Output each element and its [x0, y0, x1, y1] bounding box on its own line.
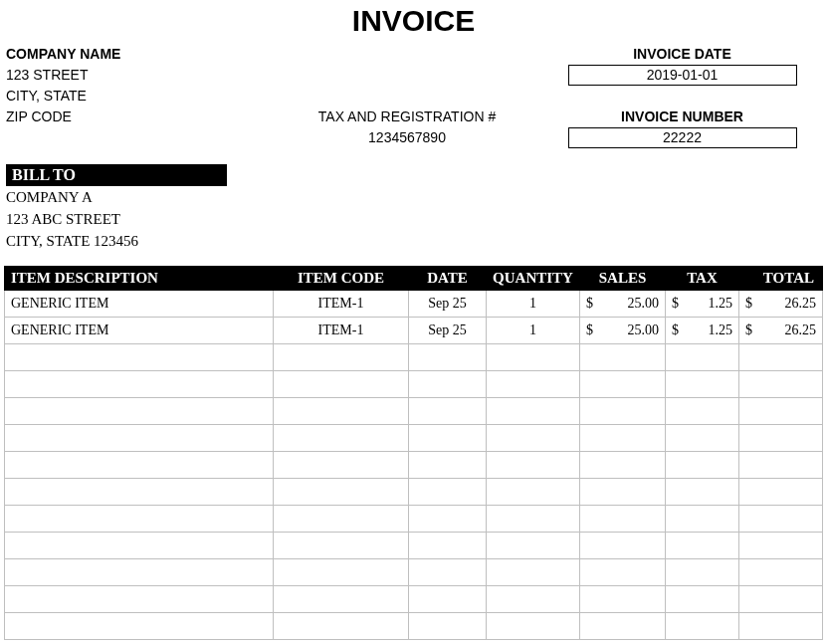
cell-code[interactable]: ITEM-1 — [274, 291, 409, 318]
cell-empty[interactable] — [274, 344, 409, 371]
cell-empty[interactable] — [274, 506, 409, 533]
bill-to-street: 123 ABC STREET — [6, 208, 823, 230]
cell-empty[interactable] — [487, 613, 580, 640]
cell-empty[interactable] — [409, 559, 487, 586]
tax-reg-value: 1234567890 — [273, 127, 541, 148]
cell-empty[interactable] — [409, 452, 487, 479]
cell-empty[interactable] — [580, 559, 666, 586]
money-cell[interactable]: $25.00 — [580, 318, 666, 344]
money-cell[interactable]: $26.25 — [739, 291, 823, 318]
company-name-label: COMPANY NAME — [4, 44, 273, 65]
cell-empty[interactable] — [487, 371, 580, 398]
cell-empty[interactable] — [274, 586, 409, 613]
cell-empty[interactable] — [666, 506, 739, 533]
cell-empty[interactable] — [580, 371, 666, 398]
cell-empty[interactable] — [5, 613, 274, 640]
money-cell[interactable]: $25.00 — [580, 291, 666, 318]
cell-empty[interactable] — [409, 506, 487, 533]
cell-empty[interactable] — [739, 371, 823, 398]
cell-qty[interactable]: 1 — [487, 291, 580, 318]
cell-empty[interactable] — [274, 398, 409, 425]
invoice-number-value[interactable]: 22222 — [568, 127, 797, 148]
cell-empty[interactable] — [5, 533, 274, 559]
cell-empty[interactable] — [274, 559, 409, 586]
cell-empty[interactable] — [666, 586, 739, 613]
cell-empty[interactable] — [666, 425, 739, 452]
cell-empty[interactable] — [409, 586, 487, 613]
cell-empty[interactable] — [487, 398, 580, 425]
cell-empty[interactable] — [409, 479, 487, 506]
cell-empty[interactable] — [409, 344, 487, 371]
cell-empty[interactable] — [666, 398, 739, 425]
cell-desc[interactable]: GENERIC ITEM — [5, 291, 274, 318]
cell-empty[interactable] — [487, 479, 580, 506]
cell-empty[interactable] — [5, 371, 274, 398]
cell-date[interactable]: Sep 25 — [409, 318, 487, 344]
cell-empty[interactable] — [580, 586, 666, 613]
cell-empty[interactable] — [5, 425, 274, 452]
cell-date[interactable]: Sep 25 — [409, 291, 487, 318]
cell-empty[interactable] — [580, 425, 666, 452]
cell-empty[interactable] — [487, 452, 580, 479]
cell-empty[interactable] — [409, 613, 487, 640]
cell-empty[interactable] — [409, 533, 487, 559]
cell-empty[interactable] — [5, 586, 274, 613]
cell-empty[interactable] — [739, 613, 823, 640]
money-cell[interactable]: $1.25 — [666, 318, 739, 344]
cell-empty[interactable] — [666, 344, 739, 371]
cell-code[interactable]: ITEM-1 — [274, 318, 409, 344]
invoice-date-value[interactable]: 2019-01-01 — [568, 65, 797, 86]
cell-empty[interactable] — [666, 613, 739, 640]
money-cell[interactable]: $26.25 — [739, 318, 823, 344]
money-cell[interactable]: $1.25 — [666, 291, 739, 318]
cell-empty[interactable] — [739, 479, 823, 506]
cell-empty[interactable] — [487, 533, 580, 559]
cell-empty[interactable] — [580, 506, 666, 533]
cell-empty[interactable] — [274, 371, 409, 398]
cell-empty[interactable] — [739, 398, 823, 425]
cell-empty[interactable] — [739, 559, 823, 586]
cell-empty[interactable] — [487, 344, 580, 371]
cell-empty[interactable] — [487, 559, 580, 586]
cell-empty[interactable] — [5, 506, 274, 533]
cell-empty[interactable] — [580, 533, 666, 559]
cell-empty[interactable] — [409, 371, 487, 398]
cell-empty[interactable] — [274, 613, 409, 640]
cell-empty[interactable] — [487, 506, 580, 533]
cell-empty[interactable] — [666, 452, 739, 479]
cell-empty[interactable] — [739, 586, 823, 613]
cell-empty[interactable] — [739, 506, 823, 533]
cell-empty[interactable] — [5, 452, 274, 479]
cell-empty[interactable] — [666, 559, 739, 586]
cell-empty[interactable] — [274, 452, 409, 479]
cell-empty[interactable] — [274, 479, 409, 506]
cell-empty[interactable] — [739, 452, 823, 479]
cell-empty[interactable] — [580, 344, 666, 371]
cell-empty[interactable] — [5, 344, 274, 371]
cell-empty[interactable] — [580, 613, 666, 640]
table-row-empty — [5, 613, 823, 640]
cell-empty[interactable] — [580, 398, 666, 425]
cell-empty[interactable] — [739, 425, 823, 452]
cell-empty[interactable] — [739, 344, 823, 371]
cell-empty[interactable] — [5, 479, 274, 506]
cell-empty[interactable] — [580, 452, 666, 479]
cell-empty[interactable] — [274, 425, 409, 452]
table-row-empty — [5, 371, 823, 398]
cell-empty[interactable] — [274, 533, 409, 559]
cell-empty[interactable] — [739, 533, 823, 559]
cell-empty[interactable] — [409, 398, 487, 425]
cell-empty[interactable] — [580, 479, 666, 506]
col-sales-header: SALES — [580, 267, 666, 291]
cell-empty[interactable] — [487, 425, 580, 452]
cell-empty[interactable] — [409, 425, 487, 452]
cell-empty[interactable] — [666, 533, 739, 559]
cell-empty[interactable] — [487, 586, 580, 613]
cell-empty[interactable] — [5, 398, 274, 425]
bill-to-section: BILL TO COMPANY A 123 ABC STREET CITY, S… — [4, 164, 823, 252]
cell-empty[interactable] — [666, 479, 739, 506]
cell-empty[interactable] — [666, 371, 739, 398]
cell-desc[interactable]: GENERIC ITEM — [5, 318, 274, 344]
cell-qty[interactable]: 1 — [487, 318, 580, 344]
cell-empty[interactable] — [5, 559, 274, 586]
